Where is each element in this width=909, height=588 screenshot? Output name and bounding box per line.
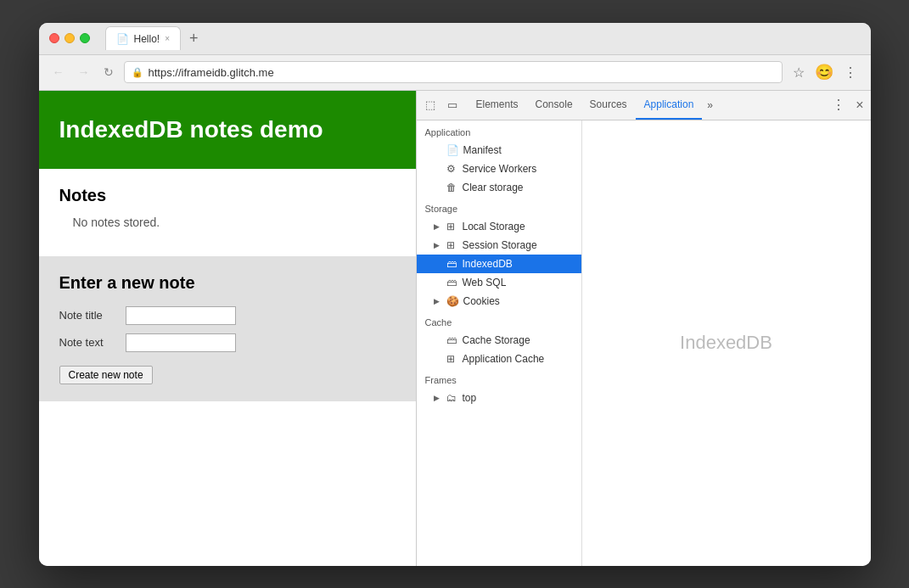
frames-section-label: Frames <box>417 368 581 389</box>
sidebar-item-local-storage[interactable]: ▶ ⊞ Local Storage <box>417 217 581 236</box>
sidebar-item-service-workers[interactable]: ⚙ Service Workers <box>417 160 581 178</box>
create-note-button[interactable]: Create new note <box>59 366 153 384</box>
no-notes-text: No notes stored. <box>73 216 396 229</box>
devtools-panel: ⬚ ▭ Elements Console Sources Application… <box>417 91 871 566</box>
application-cache-icon: ⊞ <box>446 353 458 365</box>
webpage: IndexedDB notes demo Notes No notes stor… <box>39 91 417 566</box>
tab-elements[interactable]: Elements <box>468 91 527 120</box>
bookmark-icon[interactable]: ☆ <box>789 63 808 82</box>
devtools-options-icon[interactable]: ⋮ <box>828 97 849 113</box>
sidebar-item-web-sql[interactable]: 🗃 Web SQL <box>417 273 581 292</box>
back-button[interactable]: ← <box>49 64 68 81</box>
storage-section-label: Storage <box>417 197 581 217</box>
application-section-label: Application <box>417 120 581 141</box>
notes-section: Notes No notes stored. <box>59 186 396 229</box>
close-button[interactable] <box>49 33 59 43</box>
notes-heading: Notes <box>59 186 396 205</box>
main-area: IndexedDB notes demo Notes No notes stor… <box>39 91 871 566</box>
local-storage-icon: ⊞ <box>446 221 458 232</box>
menu-icon[interactable]: ⋮ <box>840 63 861 82</box>
devtools-toolbar-right: ⋮ × <box>828 97 867 113</box>
page-header: IndexedDB notes demo <box>39 91 416 169</box>
minimize-button[interactable] <box>65 33 75 43</box>
frames-icon: 🗂 <box>446 392 458 404</box>
sidebar-item-clear-storage[interactable]: 🗑 Clear storage <box>417 178 581 197</box>
new-tab-button[interactable]: + <box>184 31 204 46</box>
url-text: https://iframeidb.glitch.me <box>149 66 274 79</box>
expand-arrow: ▶ <box>434 297 442 305</box>
browser-window: 📄 Hello! × + ← → ↻ 🔒 https://iframeidb.g… <box>39 23 871 566</box>
forward-button[interactable]: → <box>75 64 93 81</box>
inspect-element-icon[interactable]: ⬚ <box>420 95 440 115</box>
refresh-button[interactable]: ↻ <box>100 64 117 81</box>
indexeddb-placeholder-text: IndexedDB <box>680 332 772 354</box>
tab-title: Hello! <box>134 33 160 45</box>
cache-section-label: Cache <box>417 311 581 331</box>
note-text-row: Note text <box>59 333 396 352</box>
devtools-close-icon[interactable]: × <box>852 98 867 113</box>
tab-bar: 📄 Hello! × + <box>105 26 861 50</box>
title-bar: 📄 Hello! × + <box>39 23 871 55</box>
expand-arrow: ▶ <box>434 241 442 249</box>
new-note-heading: Enter a new note <box>59 273 396 293</box>
note-title-input[interactable] <box>126 306 236 325</box>
profile-icon[interactable]: 😊 <box>815 63 833 81</box>
expand-arrow: ▶ <box>434 222 442 231</box>
web-sql-icon: 🗃 <box>446 277 458 288</box>
lock-icon: 🔒 <box>132 67 143 78</box>
address-input[interactable]: 🔒 https://iframeidb.glitch.me <box>124 61 783 83</box>
address-bar: ← → ↻ 🔒 https://iframeidb.glitch.me ☆ 😊 … <box>39 55 871 91</box>
tab-sources[interactable]: Sources <box>581 91 636 120</box>
clear-storage-icon: 🗑 <box>446 182 458 193</box>
devtools-sidebar: Application 📄 Manifest ⚙ Service Workers… <box>417 120 582 566</box>
cookies-icon: 🍪 <box>446 295 459 307</box>
indexeddb-icon: 🗃 <box>446 258 458 270</box>
sidebar-item-cookies[interactable]: ▶ 🍪 Cookies <box>417 292 581 311</box>
note-text-input[interactable] <box>126 333 236 352</box>
cache-storage-icon: 🗃 <box>446 334 458 346</box>
session-storage-icon: ⊞ <box>446 239 458 251</box>
tab-console[interactable]: Console <box>527 91 581 120</box>
new-note-section: Enter a new note Note title Note text Cr… <box>39 256 416 401</box>
sidebar-item-indexeddb[interactable]: 🗃 IndexedDB <box>417 255 581 273</box>
sidebar-item-application-cache[interactable]: ⊞ Application Cache <box>417 350 581 368</box>
note-title-label: Note title <box>59 309 119 322</box>
device-toggle-icon[interactable]: ▭ <box>442 95 463 115</box>
note-text-label: Note text <box>59 336 119 349</box>
note-title-row: Note title <box>59 306 396 325</box>
tab-favicon: 📄 <box>116 33 129 45</box>
tab-close-button[interactable]: × <box>165 34 170 43</box>
tab-application[interactable]: Application <box>636 91 703 120</box>
sidebar-item-cache-storage[interactable]: 🗃 Cache Storage <box>417 331 581 350</box>
devtools-body: Application 📄 Manifest ⚙ Service Workers… <box>417 120 871 566</box>
browser-tab[interactable]: 📄 Hello! × <box>105 26 182 50</box>
maximize-button[interactable] <box>80 33 90 43</box>
page-title: IndexedDB notes demo <box>59 116 323 143</box>
devtools-content-panel: IndexedDB <box>582 120 871 566</box>
devtools-tabs: ⬚ ▭ Elements Console Sources Application… <box>417 91 871 120</box>
more-tabs-button[interactable]: » <box>702 99 718 111</box>
traffic-lights <box>49 33 90 43</box>
sidebar-item-manifest[interactable]: 📄 Manifest <box>417 141 581 160</box>
page-body: Notes No notes stored. <box>39 169 416 246</box>
service-workers-icon: ⚙ <box>446 163 458 175</box>
expand-arrow: ▶ <box>434 394 442 402</box>
manifest-icon: 📄 <box>446 144 459 156</box>
devtools-toolbar-left: ⬚ ▭ <box>420 95 463 115</box>
sidebar-item-top[interactable]: ▶ 🗂 top <box>417 389 581 407</box>
sidebar-item-session-storage[interactable]: ▶ ⊞ Session Storage <box>417 236 581 255</box>
